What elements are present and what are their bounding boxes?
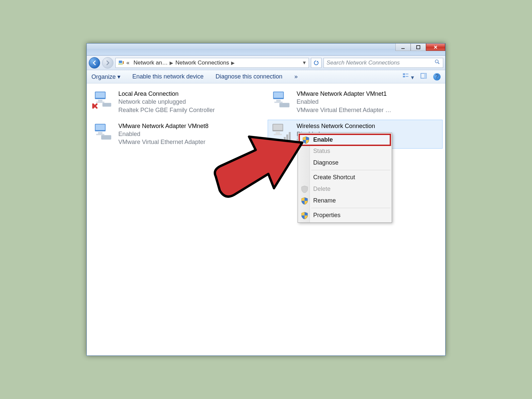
svg-rect-20 — [276, 100, 281, 102]
network-connections-window: « Network an… ▶ Network Connections ▶ ▾ … — [86, 43, 446, 356]
close-button[interactable] — [426, 44, 445, 51]
svg-rect-15 — [98, 100, 102, 102]
connection-status: Enabled — [297, 98, 391, 106]
svg-rect-14 — [95, 92, 105, 98]
svg-point-5 — [435, 60, 438, 63]
svg-rect-17 — [102, 103, 111, 106]
help-button[interactable]: ? — [433, 73, 441, 80]
breadcrumb[interactable]: « Network an… ▶ Network Connections ▶ ▾ — [115, 58, 309, 68]
ctx-separator — [311, 170, 390, 170]
adapter-icon — [270, 122, 292, 142]
svg-rect-35 — [289, 132, 291, 141]
connection-device: Realtek PCIe GBE Family Controller — [118, 106, 215, 114]
breadcrumb-dropdown-icon[interactable]: ▾ — [300, 59, 309, 66]
ctx-status: Status — [299, 145, 391, 157]
connection-name: Local Area Connection — [118, 90, 215, 98]
more-commands-button[interactable]: » — [294, 73, 298, 80]
content-area: Local Area Connection Network cable unpl… — [87, 83, 445, 355]
titlebar — [87, 44, 445, 56]
svg-rect-27 — [101, 135, 111, 139]
ctx-delete-label: Delete — [313, 186, 331, 193]
connection-device: VMware Virtual Ethernet Adapter … — [297, 106, 391, 114]
svg-rect-34 — [286, 134, 288, 141]
svg-rect-21 — [274, 102, 283, 103]
svg-rect-3 — [118, 64, 123, 65]
shield-icon — [301, 197, 308, 204]
search-input[interactable]: Search Network Connections — [324, 58, 443, 68]
search-placeholder: Search Network Connections — [327, 60, 400, 66]
ctx-rename-label: Rename — [313, 197, 336, 204]
search-icon — [434, 59, 440, 66]
ctx-enable[interactable]: Enable — [299, 134, 391, 146]
connection-item-local-area[interactable]: Local Area Connection Network cable unpl… — [89, 87, 264, 116]
connection-device: VMware Virtual Ethernet Adapter — [118, 138, 208, 146]
organize-menu[interactable]: Organize ▾ — [91, 73, 120, 80]
connection-name: VMware Network Adapter VMnet8 — [118, 122, 208, 130]
breadcrumb-chevrons-icon: « — [126, 60, 129, 66]
refresh-button[interactable] — [311, 58, 322, 68]
address-bar: « Network an… ▶ Network Connections ▶ ▾ … — [87, 56, 445, 70]
connection-status: Network cable unplugged — [118, 98, 215, 106]
breadcrumb-sep-icon: ▶ — [168, 60, 175, 66]
ctx-properties-label: Properties — [313, 212, 340, 219]
svg-rect-33 — [284, 137, 286, 141]
svg-rect-32 — [281, 139, 283, 141]
ctx-enable-label: Enable — [313, 136, 333, 143]
connection-name: VMware Network Adapter VMnet1 — [297, 90, 391, 98]
svg-rect-31 — [274, 134, 282, 135]
ctx-create-shortcut[interactable]: Create Shortcut — [299, 172, 391, 183]
svg-rect-0 — [401, 48, 405, 49]
ctx-diagnose-label: Diagnose — [313, 159, 338, 166]
svg-rect-12 — [424, 73, 426, 78]
svg-rect-7 — [403, 73, 405, 75]
breadcrumb-sep-icon: ▶ — [229, 60, 237, 66]
shield-icon — [303, 136, 309, 144]
svg-rect-24 — [95, 124, 105, 130]
connection-name: Wireless Network Connection — [297, 122, 375, 130]
minimize-button[interactable] — [395, 44, 411, 51]
svg-rect-2 — [119, 61, 122, 63]
svg-rect-19 — [274, 92, 283, 98]
breadcrumb-seg2[interactable]: Network Connections — [175, 60, 229, 66]
connection-status: Enabled — [118, 130, 208, 138]
svg-rect-29 — [273, 124, 282, 130]
adapter-icon — [92, 122, 114, 142]
back-button[interactable] — [89, 57, 100, 68]
forward-button[interactable] — [102, 57, 113, 68]
svg-rect-25 — [98, 132, 102, 134]
preview-pane-button[interactable] — [420, 72, 427, 81]
svg-rect-30 — [276, 132, 280, 134]
shield-icon — [301, 186, 308, 193]
command-bar: Organize ▾ Enable this network device Di… — [87, 70, 445, 83]
breadcrumb-seg1[interactable]: Network an… — [133, 60, 168, 66]
ctx-delete: Delete — [299, 183, 391, 195]
adapter-icon — [270, 90, 292, 110]
ctx-rename[interactable]: Rename — [299, 195, 391, 206]
svg-line-6 — [438, 63, 439, 64]
ctx-properties[interactable]: Properties — [299, 209, 391, 221]
network-location-icon — [118, 60, 124, 66]
shield-icon — [301, 212, 308, 219]
svg-rect-22 — [279, 103, 289, 107]
svg-rect-26 — [96, 134, 104, 135]
connection-item-vmnet1[interactable]: VMware Network Adapter VMnet1 Enabled VM… — [268, 87, 443, 116]
connection-item-vmnet8[interactable]: VMware Network Adapter VMnet8 Enabled VM… — [89, 120, 264, 149]
context-menu: Enable Status Diagnose Create Shortcut D… — [298, 133, 392, 223]
ctx-create-shortcut-label: Create Shortcut — [313, 174, 355, 181]
adapter-icon — [92, 90, 114, 110]
svg-rect-1 — [417, 46, 420, 49]
enable-device-button[interactable]: Enable this network device — [132, 73, 203, 80]
ctx-diagnose[interactable]: Diagnose — [299, 157, 391, 169]
ctx-status-label: Status — [313, 148, 330, 155]
maximize-button[interactable] — [411, 44, 426, 51]
svg-rect-4 — [123, 61, 124, 64]
view-options-button[interactable]: ▾ — [402, 72, 414, 81]
diagnose-connection-button[interactable]: Diagnose this connection — [215, 73, 282, 80]
svg-rect-8 — [403, 76, 405, 77]
svg-rect-16 — [96, 102, 104, 103]
ctx-separator — [311, 208, 390, 208]
